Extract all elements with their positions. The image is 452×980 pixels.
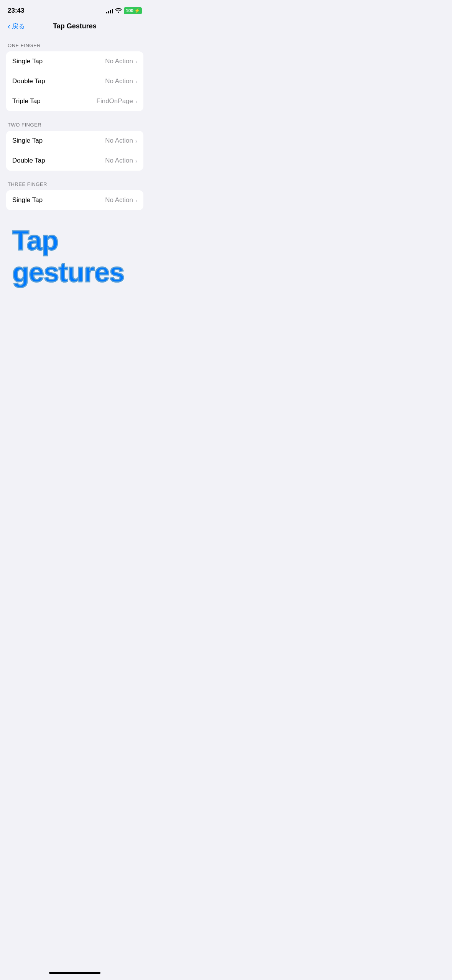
value-two-double: No Action xyxy=(105,157,133,164)
watermark-text: Tap gestures xyxy=(12,225,137,288)
chevron-icon: › xyxy=(135,138,137,144)
label-three-single: Single Tap xyxy=(12,196,43,204)
list-item-two-double[interactable]: Double Tap No Action › xyxy=(6,151,143,171)
list-item-one-double[interactable]: Double Tap No Action › xyxy=(6,71,143,91)
chevron-icon: › xyxy=(135,58,137,65)
value-two-single: No Action xyxy=(105,137,133,145)
status-icons: 100 ⚡ xyxy=(106,7,142,14)
page-title: Tap Gestures xyxy=(53,22,97,30)
list-two-finger: Single Tap No Action › Double Tap No Act… xyxy=(6,131,143,171)
battery-level: 100 xyxy=(126,8,133,13)
nav-bar: ‹ 戻る Tap Gestures xyxy=(0,19,150,35)
value-one-triple: FindOnPage xyxy=(97,97,133,105)
wifi-icon xyxy=(115,8,122,14)
label-one-double: Double Tap xyxy=(12,77,45,85)
value-three-single: No Action xyxy=(105,196,133,204)
content-area: ONE FINGER Single Tap No Action › Double… xyxy=(0,35,150,307)
chevron-icon: › xyxy=(135,158,137,164)
list-item-one-triple[interactable]: Triple Tap FindOnPage › xyxy=(6,91,143,111)
list-three-finger: Single Tap No Action › xyxy=(6,190,143,210)
section-three-finger: THREE FINGER Single Tap No Action › xyxy=(6,181,143,210)
signal-icon xyxy=(106,8,113,13)
status-bar: 23:43 100 ⚡ xyxy=(0,0,150,19)
chevron-icon: › xyxy=(135,197,137,204)
list-item-three-single[interactable]: Single Tap No Action › xyxy=(6,190,143,210)
list-one-finger: Single Tap No Action › Double Tap No Act… xyxy=(6,51,143,111)
value-one-single: No Action xyxy=(105,58,133,65)
chevron-icon: › xyxy=(135,78,137,85)
status-time: 23:43 xyxy=(8,7,24,15)
label-one-triple: Triple Tap xyxy=(12,97,41,105)
back-chevron-icon: ‹ xyxy=(8,22,10,30)
section-header-two-finger: TWO FINGER xyxy=(6,122,143,128)
battery-icon: 100 ⚡ xyxy=(124,7,142,14)
section-two-finger: TWO FINGER Single Tap No Action › Double… xyxy=(6,122,143,171)
section-header-one-finger: ONE FINGER xyxy=(6,43,143,48)
back-label: 戻る xyxy=(12,22,25,31)
label-two-double: Double Tap xyxy=(12,157,45,164)
value-one-double: No Action xyxy=(105,77,133,85)
list-item-one-single[interactable]: Single Tap No Action › xyxy=(6,51,143,71)
watermark-area: Tap gestures xyxy=(6,221,143,300)
chevron-icon: › xyxy=(135,98,137,105)
list-item-two-single[interactable]: Single Tap No Action › xyxy=(6,131,143,151)
section-header-three-finger: THREE FINGER xyxy=(6,181,143,187)
label-one-single: Single Tap xyxy=(12,58,43,65)
label-two-single: Single Tap xyxy=(12,137,43,145)
section-one-finger: ONE FINGER Single Tap No Action › Double… xyxy=(6,43,143,111)
back-button[interactable]: ‹ 戻る xyxy=(8,22,25,31)
